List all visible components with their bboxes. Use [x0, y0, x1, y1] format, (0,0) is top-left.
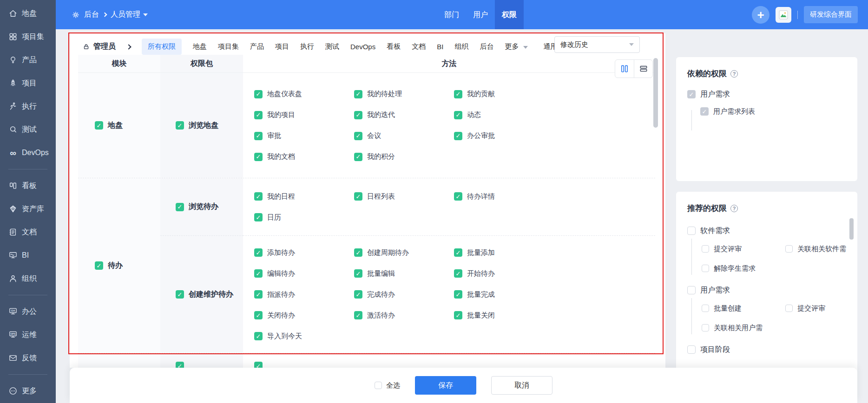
checkbox-unchecked[interactable]: [785, 245, 793, 253]
rows-view-icon[interactable]: [634, 60, 652, 78]
method-item[interactable]: ✓ 办公审批: [454, 131, 655, 141]
checkbox-checked-icon[interactable]: ✓: [354, 153, 362, 161]
breadcrumb-menu[interactable]: 人员管理: [111, 10, 148, 20]
method-item[interactable]: ✓ 我的日程: [254, 192, 354, 201]
method-item[interactable]: ✓ 批量关闭: [454, 311, 655, 320]
checkbox-checked-icon[interactable]: ✓: [454, 192, 462, 201]
method-item[interactable]: ✓ 动态: [454, 110, 655, 120]
checkbox-checked-icon[interactable]: ✓: [254, 269, 263, 278]
method-item[interactable]: ✓ 我的项目: [254, 110, 354, 120]
checkbox-checked-icon[interactable]: ✓: [254, 90, 263, 98]
method-item[interactable]: ✓ 批量编辑: [354, 269, 454, 278]
add-button[interactable]: +: [752, 6, 769, 24]
role-crumb[interactable]: 管理员: [83, 42, 116, 52]
checkbox-checked-icon[interactable]: ✓: [454, 248, 462, 257]
method-item[interactable]: ✓ 激活待办: [354, 311, 454, 320]
partial-row-checkbox[interactable]: ✓: [254, 362, 263, 368]
checkbox-checked-icon[interactable]: ✓: [354, 269, 362, 278]
recommended-child-item[interactable]: 提交评审: [702, 244, 785, 254]
checkbox-checked-icon[interactable]: ✓: [454, 311, 462, 319]
sidebar-item-kanban[interactable]: 看板: [0, 174, 56, 197]
checkbox-unchecked[interactable]: [702, 305, 709, 312]
checkbox-unchecked[interactable]: [687, 286, 696, 294]
checkbox-unchecked[interactable]: [785, 305, 793, 312]
checkbox-checked-icon[interactable]: ✓: [354, 132, 362, 140]
permission-subtab[interactable]: 产品: [250, 42, 264, 51]
checkbox-checked-icon[interactable]: ✓: [454, 111, 462, 119]
permission-subtab[interactable]: 项目: [275, 42, 289, 51]
recommended-child-item[interactable]: 提交评审: [785, 304, 846, 313]
method-item[interactable]: ✓ 我的待处理: [354, 90, 454, 99]
select-all-control[interactable]: 全选: [375, 381, 400, 390]
checkbox-unchecked[interactable]: [375, 382, 382, 389]
checkbox-checked-icon[interactable]: ✓: [254, 153, 263, 161]
method-item[interactable]: ✓ 待办详情: [454, 192, 655, 201]
sidebar-item-oa[interactable]: OA 办公: [0, 300, 56, 323]
sidebar-item-bi[interactable]: BI: [0, 244, 56, 267]
recommended-child-item[interactable]: 关联相关用户需: [702, 323, 785, 332]
sidebar-item-ops[interactable]: OPS 运维: [0, 323, 56, 346]
sidebar-item-assets[interactable]: 资产库: [0, 197, 56, 221]
recommended-child-item[interactable]: 关联相关软件需: [785, 244, 846, 254]
checkbox-checked-icon[interactable]: ✓: [454, 290, 462, 299]
sidebar-item-project[interactable]: 项目: [0, 72, 56, 95]
subtab-all-permissions[interactable]: 所有权限: [142, 39, 182, 55]
permission-subtab[interactable]: 后台: [480, 42, 493, 51]
checkbox-checked-icon[interactable]: ✓: [354, 192, 362, 201]
package-item[interactable]: ✓ 创建维护待办: [176, 290, 233, 299]
checkbox-checked-icon[interactable]: ✓: [354, 290, 362, 299]
module-item[interactable]: ✓ 地盘: [95, 121, 123, 130]
permission-subtab[interactable]: DevOps: [350, 43, 375, 51]
method-item[interactable]: ✓ 开始待办: [454, 269, 655, 278]
avatar[interactable]: [776, 7, 791, 23]
partial-row-checkbox[interactable]: ✓: [176, 362, 184, 368]
workspace-button[interactable]: 研发综合界面: [804, 6, 858, 23]
package-item[interactable]: ✓ 浏览待办: [176, 202, 218, 212]
method-item[interactable]: ✓ 审批: [254, 131, 354, 141]
recommended-child-item[interactable]: 解除孪生需求: [702, 264, 785, 273]
subtab-more[interactable]: 更多: [505, 42, 527, 51]
help-icon[interactable]: ?: [730, 70, 738, 78]
cancel-button[interactable]: 取消: [491, 376, 552, 395]
sidebar-item-dipan[interactable]: 地盘: [0, 2, 56, 25]
checkbox-checked-icon[interactable]: ✓: [454, 132, 462, 140]
checkbox-checked-icon[interactable]: ✓: [254, 248, 263, 257]
checkbox-checked-icon[interactable]: ✓: [254, 132, 263, 140]
checkbox-checked-icon[interactable]: ✓: [254, 111, 263, 119]
panel-scrollbar[interactable]: [849, 218, 854, 240]
checkbox-checked-icon[interactable]: ✓: [454, 269, 462, 278]
method-item[interactable]: ✓ 添加待办: [254, 248, 354, 257]
history-select[interactable]: 修改历史: [554, 36, 640, 53]
method-item[interactable]: ✓ 日历: [254, 213, 354, 222]
columns-view-icon[interactable]: [615, 60, 634, 78]
recommended-child-item[interactable]: 批量创建: [702, 304, 785, 313]
permission-subtab[interactable]: 测试: [325, 42, 339, 51]
method-item[interactable]: ✓ 日程列表: [354, 192, 454, 201]
permission-subtab[interactable]: 执行: [300, 42, 314, 51]
save-button[interactable]: 保存: [415, 376, 476, 395]
table-scrollbar[interactable]: [653, 58, 658, 128]
checkbox-checked-icon[interactable]: ✓: [95, 261, 103, 270]
method-item[interactable]: ✓ 批量添加: [454, 248, 655, 257]
checkbox-checked-icon[interactable]: ✓: [176, 290, 184, 299]
checkbox-checked-icon[interactable]: ✓: [354, 248, 362, 257]
recommended-parent-item[interactable]: 项目阶段: [687, 344, 846, 355]
method-item[interactable]: ✓ 指派待办: [254, 290, 354, 299]
sidebar-item-test[interactable]: 测试: [0, 118, 56, 141]
help-icon[interactable]: ?: [730, 205, 738, 212]
method-item[interactable]: ✓ 批量完成: [454, 290, 655, 299]
back-link[interactable]: 后台: [84, 10, 99, 20]
checkbox-checked-icon[interactable]: ✓: [354, 311, 362, 319]
tab-department[interactable]: 部门: [437, 0, 466, 29]
method-item[interactable]: ✓ 创建周期待办: [354, 248, 454, 257]
package-item[interactable]: ✓ 浏览地盘: [176, 121, 218, 130]
method-item[interactable]: ✓ 我的文档: [254, 152, 354, 162]
sidebar-item-project-set[interactable]: 项目集: [0, 25, 56, 48]
checkbox-checked-icon[interactable]: ✓: [354, 111, 362, 119]
checkbox-unchecked[interactable]: [687, 345, 696, 354]
checkbox-checked-icon[interactable]: ✓: [95, 121, 103, 130]
method-item[interactable]: ✓ 地盘仪表盘: [254, 90, 354, 99]
dependent-child-item[interactable]: ✓ 用户需求列表: [700, 107, 846, 116]
permission-subtab[interactable]: 文档: [412, 42, 426, 51]
checkbox-checked-icon[interactable]: ✓: [454, 90, 462, 98]
